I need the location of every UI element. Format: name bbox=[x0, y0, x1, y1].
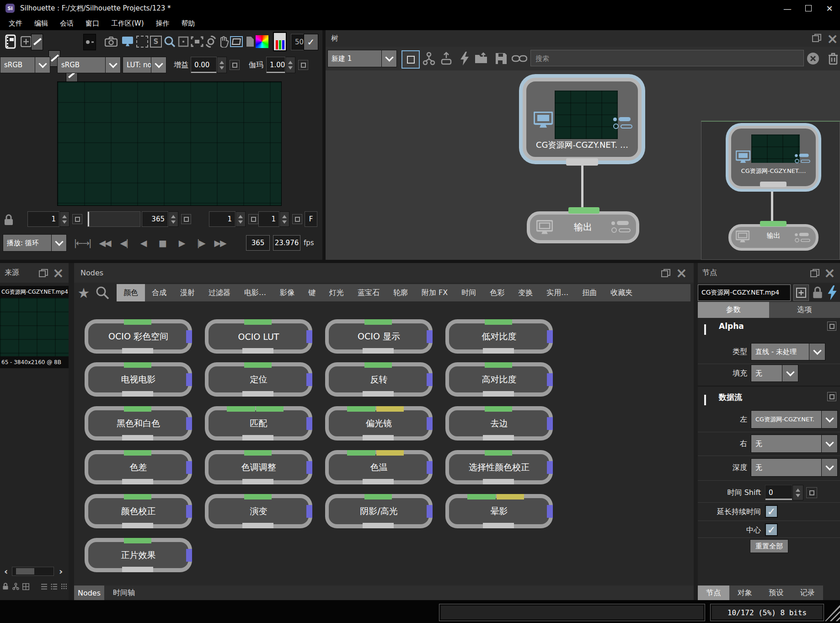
category-tab-15[interactable]: 扭曲 bbox=[575, 284, 604, 301]
tree-source-node[interactable]: CG资源网-CGZY.NET. … bbox=[523, 78, 642, 161]
category-tab-9[interactable]: 轮廓 bbox=[386, 284, 415, 301]
category-tab-14[interactable]: 实用… bbox=[540, 284, 575, 301]
export-up-icon[interactable] bbox=[438, 50, 455, 67]
menu-item-4[interactable]: 工作区(W) bbox=[105, 19, 150, 28]
node-button[interactable]: 偏光镜 bbox=[325, 406, 433, 440]
snapshot-camera-icon[interactable] bbox=[104, 34, 118, 49]
reset-all-button[interactable]: 重置全部 bbox=[750, 539, 788, 553]
fit-view-icon[interactable] bbox=[190, 34, 204, 49]
render-lightning-icon[interactable] bbox=[456, 50, 473, 67]
next-keyframe-button[interactable]: |▶ bbox=[191, 234, 210, 252]
trash-icon[interactable] bbox=[825, 50, 840, 67]
gain-reset-button[interactable] bbox=[230, 60, 240, 70]
output-port[interactable] bbox=[760, 182, 786, 187]
end-frame-stepper[interactable] bbox=[168, 211, 178, 227]
scroll-left-button[interactable]: ‹ bbox=[1, 565, 11, 578]
node-button[interactable]: 色温 bbox=[325, 450, 433, 484]
end-frame-field[interactable]: 365 bbox=[142, 211, 168, 227]
menu-item-6[interactable]: 帮助 bbox=[176, 19, 201, 28]
close-panel-icon[interactable]: × bbox=[824, 268, 835, 278]
node-button[interactable]: OCIO 显示 bbox=[325, 319, 433, 354]
properties-bottom-tab-2[interactable]: 预设 bbox=[760, 585, 792, 600]
node-button[interactable]: 高对比度 bbox=[445, 362, 553, 397]
start-frame-field[interactable]: 1 bbox=[27, 211, 59, 227]
alpha-fill-dropdown[interactable]: 无 bbox=[751, 365, 798, 382]
step-forward-button[interactable]: ▶ bbox=[172, 234, 191, 252]
list-lines-icon[interactable] bbox=[39, 581, 48, 591]
pan-hand-icon[interactable] bbox=[217, 34, 230, 49]
nodes-bottom-tab-0[interactable]: Nodes bbox=[74, 585, 104, 600]
color-wheel-icon[interactable] bbox=[254, 34, 270, 49]
favorites-star-icon[interactable]: ★ bbox=[75, 284, 92, 301]
roto-view-icon[interactable] bbox=[230, 34, 243, 49]
stream-right-dropdown[interactable]: 无 bbox=[751, 435, 838, 453]
undock-icon[interactable] bbox=[810, 269, 819, 277]
node-button[interactable]: 演变 bbox=[205, 494, 312, 528]
input-port[interactable] bbox=[760, 221, 786, 226]
add-node-button[interactable] bbox=[793, 285, 809, 301]
prev-keyframe-button[interactable]: ◀| bbox=[114, 234, 134, 252]
in-frame-stepper[interactable] bbox=[235, 211, 246, 227]
node-button[interactable]: 颜色校正 bbox=[85, 494, 192, 528]
rewind-button[interactable]: ◀◀ bbox=[95, 234, 114, 252]
tree-branch-icon[interactable] bbox=[421, 50, 437, 67]
maximize-button[interactable] bbox=[798, 0, 819, 16]
grid-dots-icon[interactable] bbox=[59, 581, 69, 591]
menu-item-2[interactable]: 会话 bbox=[54, 19, 80, 28]
import-folder-icon[interactable] bbox=[473, 50, 489, 67]
menu-item-1[interactable]: 编辑 bbox=[28, 19, 54, 28]
gamma-field[interactable]: 1.00 bbox=[266, 57, 285, 73]
lock-icon[interactable] bbox=[811, 285, 824, 301]
close-panel-icon[interactable]: × bbox=[53, 268, 64, 278]
search-input[interactable] bbox=[530, 50, 804, 66]
node-button[interactable]: 选择性颜色校正 bbox=[445, 450, 553, 484]
node-button[interactable]: 晕影 bbox=[445, 494, 553, 528]
menu-item-0[interactable]: 文件 bbox=[3, 19, 28, 28]
category-tab-11[interactable]: 时间 bbox=[455, 284, 483, 301]
start-frame-reset-button[interactable] bbox=[72, 214, 82, 224]
stop-button[interactable]: ■ bbox=[153, 234, 172, 252]
node-button[interactable]: OCIO 彩色空间 bbox=[85, 319, 192, 354]
stream-left-dropdown[interactable]: CG资源网-CGZY.NET. bbox=[751, 410, 838, 429]
close-panel-icon[interactable]: × bbox=[827, 34, 838, 44]
frame-rate-field[interactable]: 23.976 bbox=[273, 235, 300, 251]
node-button[interactable]: 去边 bbox=[445, 406, 553, 440]
full-range-button[interactable]: F bbox=[305, 211, 317, 227]
node-button[interactable]: 阴影/高光 bbox=[325, 494, 433, 528]
undock-icon[interactable] bbox=[39, 269, 48, 277]
category-tab-8[interactable]: 蓝宝石 bbox=[351, 284, 386, 301]
category-tab-0[interactable]: 颜色 bbox=[117, 284, 145, 301]
monitor-view-icon[interactable] bbox=[121, 34, 134, 49]
alpha-type-dropdown[interactable]: 直线 - 未处理 bbox=[751, 343, 825, 360]
tree-output-node[interactable]: 输出 bbox=[527, 211, 639, 243]
in-frame-field[interactable]: 1 bbox=[209, 211, 235, 227]
node-button[interactable]: 匹配 bbox=[205, 406, 312, 440]
single-view-button[interactable] bbox=[401, 50, 420, 69]
menu-item-5[interactable]: 操作 bbox=[150, 19, 176, 28]
lut-dropdown[interactable]: LUT: non bbox=[123, 57, 166, 73]
color-bars-icon[interactable] bbox=[272, 32, 288, 52]
clip-thumbnail[interactable] bbox=[0, 298, 69, 356]
node-button[interactable]: 反转 bbox=[325, 362, 433, 397]
scrollbar-thumb[interactable] bbox=[16, 568, 34, 575]
minimize-button[interactable]: — bbox=[777, 0, 798, 16]
process-lightning-icon[interactable] bbox=[825, 285, 839, 301]
grid-view-icon[interactable] bbox=[21, 581, 30, 591]
in-frame-reset-button[interactable] bbox=[248, 214, 258, 224]
properties-bottom-tab-1[interactable]: 对象 bbox=[729, 585, 761, 600]
time-shift-reset-button[interactable] bbox=[806, 487, 817, 498]
zoom-tool-icon[interactable] bbox=[163, 34, 177, 49]
frame-slider[interactable] bbox=[87, 211, 140, 227]
mini-output-node[interactable]: 输出 bbox=[728, 224, 819, 251]
step-back-button[interactable]: ◀ bbox=[134, 234, 153, 252]
category-tab-2[interactable]: 漫射 bbox=[173, 284, 202, 301]
compare-slider-icon[interactable] bbox=[83, 34, 96, 50]
clear-search-icon[interactable] bbox=[805, 50, 821, 67]
viewer-check-button[interactable]: ✓ bbox=[304, 34, 318, 50]
gain-stepper[interactable] bbox=[217, 57, 227, 73]
section-options-icon[interactable] bbox=[827, 322, 836, 331]
pixel-inspect-icon[interactable] bbox=[177, 34, 190, 49]
category-tab-1[interactable]: 合成 bbox=[145, 284, 173, 301]
lock-icon[interactable] bbox=[4, 214, 14, 226]
save-icon[interactable] bbox=[493, 50, 509, 67]
